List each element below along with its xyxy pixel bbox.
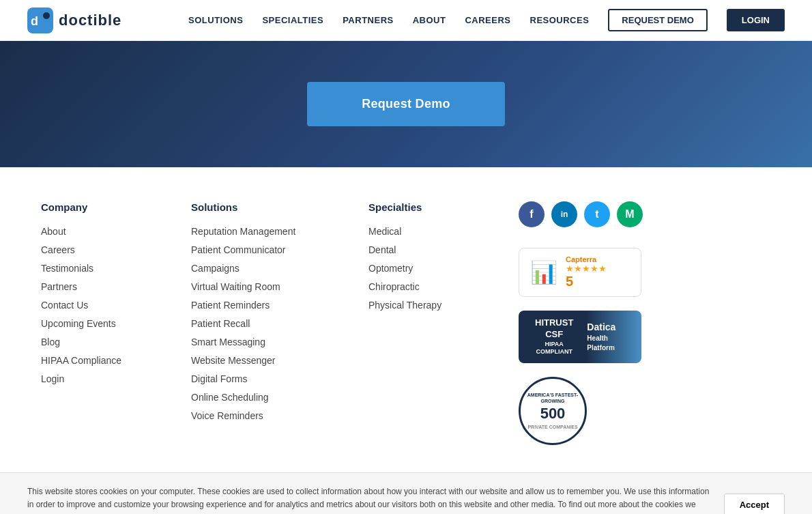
social-row: f in t M [519, 201, 643, 227]
inc-top: AMERICA'S FASTEST-GROWING [521, 392, 585, 404]
solutions-link-recall[interactable]: Patient Recall [191, 318, 250, 329]
svg-text:d: d [31, 14, 38, 28]
specialties-link-medical[interactable]: Medical [368, 226, 401, 237]
accept-button[interactable]: Accept [724, 494, 785, 514]
list-item: Smart Messaging [191, 336, 368, 348]
logo[interactable]: d doctible [27, 8, 121, 33]
specialties-link-chiropractic[interactable]: Chiropractic [368, 281, 420, 292]
specialties-link-optometry[interactable]: Optometry [368, 263, 413, 274]
specialties-link-dental[interactable]: Dental [368, 244, 396, 255]
company-link-about[interactable]: About [41, 226, 66, 237]
list-item: Partners [41, 281, 191, 293]
specialties-column: Specialties Medical Dental Optometry Chi… [368, 201, 519, 445]
twitter-icon[interactable]: t [584, 201, 610, 227]
list-item: Patient Reminders [191, 299, 368, 311]
company-link-hipaa[interactable]: HIPAA Compliance [41, 355, 121, 366]
list-item: Dental [368, 244, 519, 256]
footer-grid: Company About Careers Testimonials Partn… [41, 201, 771, 445]
facebook-icon[interactable]: f [519, 201, 545, 227]
hero-section: Request Demo [0, 41, 812, 167]
list-item: Medical [368, 225, 519, 238]
solutions-link-reputation[interactable]: Reputation Management [191, 226, 295, 237]
list-item: About [41, 225, 191, 238]
list-item: Reputation Management [191, 225, 368, 238]
company-links: About Careers Testimonials Partners Cont… [41, 225, 191, 385]
company-column: Company About Careers Testimonials Partn… [41, 201, 191, 445]
solutions-column: Solutions Reputation Management Patient … [191, 201, 368, 445]
navbar: d doctible SOLUTIONS SPECIALTIES PARTNER… [0, 0, 812, 41]
medium-icon[interactable]: M [617, 201, 643, 227]
list-item: Voice Reminders [191, 410, 368, 422]
list-item: Physical Therapy [368, 299, 519, 311]
capterra-label: Capterra [566, 255, 607, 263]
nav-careers[interactable]: CAREERS [465, 15, 510, 25]
company-link-blog[interactable]: Blog [41, 337, 60, 347]
company-link-contact[interactable]: Contact Us [41, 300, 88, 311]
hipaa-right: Datica Health Platform [587, 321, 632, 354]
list-item: Testimonials [41, 262, 191, 274]
linkedin-icon[interactable]: in [551, 201, 577, 227]
company-heading: Company [41, 201, 191, 213]
nav-solutions[interactable]: SOLUTIONS [188, 15, 243, 25]
datica-subtitle: Health Platform [587, 334, 632, 353]
nav-links: SOLUTIONS SPECIALTIES PARTNERS ABOUT CAR… [188, 9, 785, 31]
company-link-events[interactable]: Upcoming Events [41, 318, 116, 329]
list-item: Online Scheduling [191, 391, 368, 403]
inc500-badge: AMERICA'S FASTEST-GROWING 500 PRIVATE CO… [519, 377, 587, 445]
svg-point-2 [43, 12, 50, 19]
nav-about[interactable]: ABOUT [413, 15, 446, 25]
solutions-links: Reputation Management Patient Communicat… [191, 225, 368, 422]
company-link-partners[interactable]: Partners [41, 281, 77, 292]
request-demo-button[interactable]: Request Demo [307, 82, 505, 126]
solutions-link-messaging[interactable]: Smart Messaging [191, 337, 265, 347]
solutions-link-campaigns[interactable]: Campaigns [191, 263, 240, 274]
hipaa-badge: HITRUST CSF HIPAACOMPLIANT Datica Health… [519, 311, 641, 363]
badges-column: f in t M 📊 Capterra ★★★★★ 5 [519, 201, 771, 445]
specialties-heading: Specialties [368, 201, 519, 213]
nav-partners[interactable]: PARTNERS [343, 15, 394, 25]
solutions-link-scheduling[interactable]: Online Scheduling [191, 392, 269, 403]
solutions-link-waiting-room[interactable]: Virtual Waiting Room [191, 281, 280, 292]
capterra-stars: ★★★★★ [566, 263, 607, 274]
logo-text: doctible [59, 12, 121, 29]
cookie-banner: This website stores cookies on your comp… [0, 472, 812, 514]
nav-resources[interactable]: RESOURCES [530, 15, 590, 25]
capterra-badge: 📊 Capterra ★★★★★ 5 [519, 248, 641, 297]
company-link-testimonials[interactable]: Testimonials [41, 263, 93, 274]
capterra-rating: 5 [566, 274, 607, 289]
list-item: Website Messenger [191, 354, 368, 367]
capterra-info: Capterra ★★★★★ 5 [566, 255, 607, 289]
list-item: Patient Recall [191, 317, 368, 330]
request-demo-nav-button[interactable]: REQUEST DEMO [608, 9, 707, 31]
datica-brand: Datica [587, 321, 632, 334]
company-link-login[interactable]: Login [41, 373, 64, 384]
list-item: Upcoming Events [41, 317, 191, 330]
list-item: Chiropractic [368, 281, 519, 293]
list-item: Campaigns [191, 262, 368, 274]
solutions-link-voice[interactable]: Voice Reminders [191, 410, 263, 421]
list-item: Blog [41, 336, 191, 348]
hipaa-left: HITRUST CSF HIPAACOMPLIANT [528, 317, 580, 356]
specialties-link-physical-therapy[interactable]: Physical Therapy [368, 300, 441, 311]
cookie-text: This website stores cookies on your comp… [27, 485, 710, 514]
solutions-link-communicator[interactable]: Patient Communicator [191, 244, 286, 255]
list-item: Careers [41, 244, 191, 256]
login-button[interactable]: LOGIN [727, 9, 785, 31]
solutions-link-forms[interactable]: Digital Forms [191, 373, 247, 384]
list-item: Patient Communicator [191, 244, 368, 256]
solutions-link-messenger[interactable]: Website Messenger [191, 355, 275, 366]
list-item: Optometry [368, 262, 519, 274]
inc-number: 500 [540, 404, 566, 424]
footer: Company About Careers Testimonials Partn… [0, 167, 812, 472]
list-item: HIPAA Compliance [41, 354, 191, 367]
solutions-link-reminders[interactable]: Patient Reminders [191, 300, 270, 311]
nav-specialties[interactable]: SPECIALTIES [262, 15, 323, 25]
solutions-heading: Solutions [191, 201, 368, 213]
footer-wrapper: Company About Careers Testimonials Partn… [0, 167, 812, 514]
logo-icon: d [27, 8, 53, 33]
capterra-icon: 📊 [530, 259, 557, 285]
cookie-message: This website stores cookies on your comp… [27, 487, 709, 514]
company-link-careers[interactable]: Careers [41, 244, 75, 255]
list-item: Login [41, 373, 191, 385]
list-item: Virtual Waiting Room [191, 281, 368, 293]
